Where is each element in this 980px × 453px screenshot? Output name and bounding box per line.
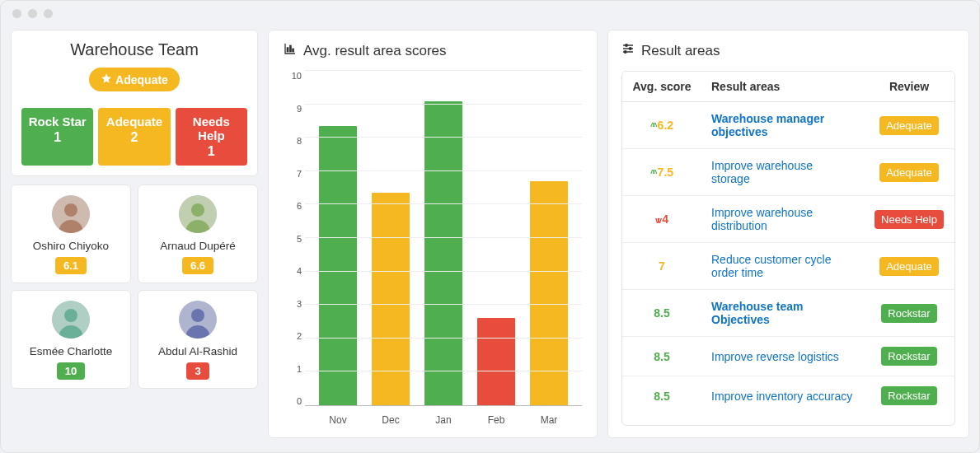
- table-row: 8.5 Improve reverse logistics Rockstar: [622, 337, 954, 376]
- result-area-link[interactable]: Warehouse manager objectives: [711, 112, 824, 138]
- stat-box[interactable]: Needs Help1: [176, 108, 247, 166]
- cell-score: ^^7.5: [622, 149, 701, 196]
- cell-review: Rockstar: [864, 290, 954, 337]
- member-card[interactable]: Oshiro Chiyoko 6.1: [11, 184, 131, 283]
- team-title: Warehouse Team: [21, 40, 247, 59]
- x-tick: Dec: [372, 414, 410, 426]
- result-area-link[interactable]: Improve reverse logistics: [711, 350, 839, 363]
- stat-count: 2: [101, 130, 166, 145]
- stat-box[interactable]: Rock Star1: [21, 108, 93, 166]
- svg-point-5: [64, 309, 77, 322]
- y-tick: 5: [284, 234, 302, 244]
- th-score[interactable]: Avg. score: [622, 72, 701, 102]
- stat-label: Rock Star: [25, 114, 90, 128]
- review-badge: Adequate: [879, 116, 939, 135]
- gridline: [305, 237, 582, 238]
- member-score-badge: 6.6: [182, 257, 213, 274]
- chart-bar[interactable]: [477, 318, 515, 405]
- stat-count: 1: [25, 130, 90, 145]
- avatar: [179, 195, 217, 233]
- result-area-link[interactable]: Improve warehouse storage: [711, 159, 813, 185]
- gridline: [305, 304, 582, 305]
- window-dot[interactable]: [28, 9, 37, 18]
- chart-panel: Avg. result area scores 109876543210 Nov…: [268, 30, 598, 438]
- score-value: 4: [662, 212, 668, 226]
- gridline: [305, 137, 582, 138]
- trend-up-icon: ^^: [650, 169, 655, 178]
- result-areas-tbody: ^^6.2 Warehouse manager objectives Adequ…: [622, 102, 954, 416]
- y-tick: 10: [284, 71, 302, 81]
- review-badge: Rockstar: [881, 304, 936, 323]
- gridline: [305, 170, 582, 171]
- avatar: [179, 301, 217, 339]
- cell-score: vv4: [622, 196, 701, 243]
- cell-score: ^^6.2: [622, 102, 701, 149]
- left-column: Warehouse Team Adequate Rock Star1Adequa…: [11, 30, 258, 438]
- th-review[interactable]: Review: [864, 72, 954, 102]
- window-dot[interactable]: [44, 9, 53, 18]
- team-stat-boxes: Rock Star1Adequate2Needs Help1: [21, 108, 247, 166]
- gridline: [305, 104, 582, 105]
- chart-bar[interactable]: [372, 193, 410, 405]
- trend-up-icon: ^^: [650, 122, 655, 131]
- stat-label: Needs Help: [179, 114, 244, 142]
- cell-review: Adequate: [864, 102, 954, 149]
- cell-review: Rockstar: [864, 376, 954, 416]
- svg-point-16: [624, 51, 626, 54]
- review-badge: Adequate: [879, 257, 939, 276]
- review-badge: Adequate: [879, 163, 939, 182]
- member-score-badge: 6.1: [55, 257, 87, 274]
- x-tick: Jan: [424, 414, 462, 426]
- svg-rect-8: [287, 48, 288, 52]
- y-tick: 1: [284, 364, 302, 374]
- cell-area: Improve warehouse distribution: [701, 196, 864, 243]
- chart-plot: [305, 71, 582, 406]
- svg-point-12: [626, 44, 628, 47]
- team-status-label: Adequate: [115, 73, 168, 86]
- score-value: 8.5: [654, 350, 669, 363]
- bar-chart-icon: [284, 42, 297, 59]
- team-status-badge[interactable]: Adequate: [89, 68, 180, 91]
- member-score-badge: 10: [57, 362, 85, 380]
- table-row: 7 Reduce customer cycle order time Adequ…: [622, 243, 954, 290]
- cell-review: Rockstar: [864, 337, 954, 376]
- cell-score: 8.5: [622, 290, 701, 337]
- table-row: ^^6.2 Warehouse manager objectives Adequ…: [622, 102, 954, 149]
- result-area-link[interactable]: Improve inventory accuracy: [711, 390, 852, 403]
- member-card[interactable]: Arnaud Dupéré 6.6: [138, 184, 258, 283]
- svg-point-14: [629, 48, 631, 50]
- team-members-grid: Oshiro Chiyoko 6.1 Arnaud Dupéré 6.6 Esm…: [11, 184, 258, 389]
- chart-area: 109876543210 NovDecJanFebMar: [284, 71, 582, 426]
- y-tick: 3: [284, 299, 302, 309]
- th-area[interactable]: Result areas: [701, 72, 864, 102]
- chart-bar[interactable]: [424, 101, 462, 405]
- table-row: vv4 Improve warehouse distribution Needs…: [622, 196, 954, 243]
- review-badge: Rockstar: [881, 347, 936, 366]
- stat-box[interactable]: Adequate2: [98, 108, 170, 166]
- chart-title: Avg. result area scores: [284, 42, 582, 59]
- avatar: [52, 301, 90, 339]
- cell-score: 7: [622, 243, 701, 290]
- window-dot[interactable]: [12, 9, 21, 18]
- stat-label: Adequate: [101, 114, 166, 128]
- review-badge: Needs Help: [874, 210, 944, 229]
- result-area-link[interactable]: Warehouse team Objectives: [711, 300, 804, 326]
- y-tick: 9: [284, 104, 302, 114]
- result-areas-table-wrap: Avg. score Result areas Review ^^6.2 War…: [621, 71, 955, 426]
- window-controls: [1, 1, 979, 23]
- trend-down-icon: vv: [655, 216, 659, 225]
- member-card[interactable]: Abdul Al-Rashid 3: [138, 290, 258, 389]
- cell-area: Warehouse team Objectives: [701, 290, 864, 337]
- y-tick: 6: [284, 201, 302, 211]
- member-card[interactable]: Esmée Charlotte 10: [11, 290, 131, 389]
- result-area-link[interactable]: Improve warehouse distribution: [711, 206, 813, 232]
- chart-bar[interactable]: [319, 126, 357, 405]
- member-name: Esmée Charlotte: [16, 345, 125, 357]
- gridline: [305, 371, 582, 371]
- cell-area: Reduce customer cycle order time: [701, 243, 864, 290]
- member-name: Arnaud Dupéré: [143, 240, 252, 252]
- score-value: 8.5: [654, 306, 669, 320]
- svg-point-1: [64, 203, 77, 217]
- result-area-link[interactable]: Reduce customer cycle order time: [711, 253, 832, 279]
- avatar: [52, 195, 90, 233]
